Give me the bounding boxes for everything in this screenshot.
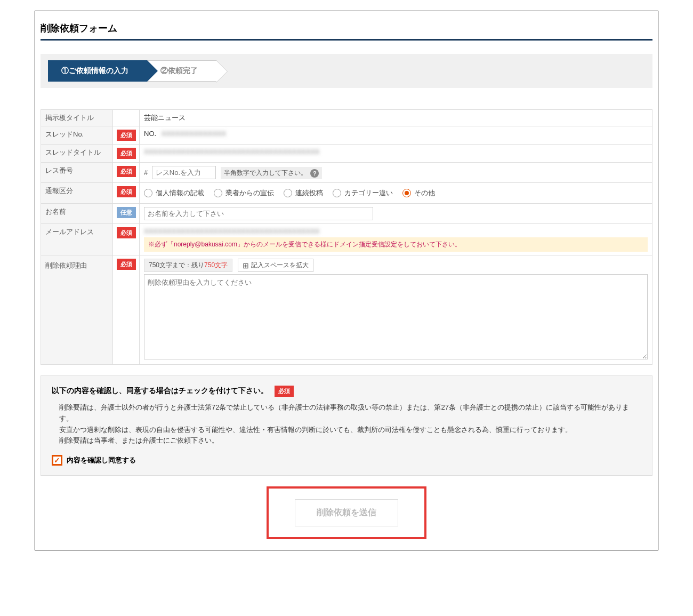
board-title-badge-cell <box>113 110 140 126</box>
report-type-option-3[interactable]: カテゴリー違い <box>333 188 393 198</box>
agreement-body: 削除要請は、弁護士以外の者が行うと弁護士法第72条で禁止している（非弁護士の法律… <box>59 402 641 446</box>
required-badge: 必須 <box>117 148 136 159</box>
thread-no-obscured: XXXXXXXXXXXXXX <box>162 130 226 138</box>
checkmark-icon: ✓ <box>54 456 60 465</box>
submit-highlight-frame: 削除依頼を送信 <box>267 486 426 539</box>
radio-icon <box>284 189 292 197</box>
report-type-option-4[interactable]: その他 <box>402 188 435 198</box>
optional-badge: 任意 <box>117 207 136 218</box>
agreement-heading-row: 以下の内容を確認し、同意する場合はチェックを付けて下さい。 必須 <box>52 386 641 397</box>
steps-container: ①ご依頼情報の入力 ②依頼完了 <box>41 54 652 88</box>
form-frame: 削除依頼フォーム ①ご依頼情報の入力 ②依頼完了 掲示板タイトル 芸能ニュース … <box>35 11 658 550</box>
radio-icon-checked <box>402 189 411 197</box>
radio-icon <box>144 189 152 197</box>
res-no-input[interactable] <box>152 166 216 179</box>
required-badge: 必須 <box>117 227 136 238</box>
report-type-option-0[interactable]: 個人情報の記載 <box>144 188 204 198</box>
report-type-options: 個人情報の記載 業者からの宣伝 連続投稿 カテゴリー違い <box>144 186 648 200</box>
agreement-box: 以下の内容を確認し、同意する場合はチェックを付けて下さい。 必須 削除要請は、弁… <box>41 375 652 476</box>
radio-label: カテゴリー違い <box>344 188 393 198</box>
help-icon[interactable]: ? <box>310 169 319 178</box>
agreement-checkbox[interactable]: ✓ <box>52 455 62 466</box>
step-1: ①ご依頼情報の入力 <box>48 60 147 82</box>
form-title: 削除依頼フォーム <box>41 17 652 41</box>
agreement-heading: 以下の内容を確認し、同意する場合はチェックを付けて下さい。 <box>52 386 268 395</box>
required-badge: 必須 <box>117 130 136 141</box>
radio-icon <box>214 189 222 197</box>
radio-label: 業者からの宣伝 <box>225 188 274 198</box>
char-info-prefix: 750文字まで：残り <box>149 261 204 269</box>
report-type-option-2[interactable]: 連続投稿 <box>284 188 323 198</box>
agreement-checkbox-label: 内容を確認し同意する <box>67 455 136 465</box>
name-input[interactable] <box>144 207 373 220</box>
reason-label: 削除依頼理由 <box>41 255 113 365</box>
thread-no-value: NO. XXXXXXXXXXXXXX <box>140 126 652 145</box>
thread-title-value: XXXXXXXXXXXXXXXXXXXXXXXXXXXXXXXXXXXXXX <box>140 145 652 163</box>
char-counter: 750文字まで：残り750文字 <box>144 259 232 272</box>
res-no-cell: # 半角数字で入力して下さい。 ? <box>140 163 652 183</box>
email-note: ※必ず「noreply@bakusai.com」からのメールを受信できる様にドメ… <box>144 237 648 252</box>
expand-icon: ⊞ <box>243 261 249 270</box>
report-type-option-1[interactable]: 業者からの宣伝 <box>214 188 274 198</box>
reason-textarea[interactable] <box>144 274 648 359</box>
required-badge: 必須 <box>275 386 294 397</box>
res-no-hint-text: 半角数字で入力して下さい。 <box>224 169 307 178</box>
char-count: 750文字 <box>204 261 228 269</box>
res-no-hint: 半角数字で入力して下さい。 ? <box>221 167 322 179</box>
res-no-label: レス番号 <box>41 163 113 183</box>
name-label: お名前 <box>41 204 113 224</box>
thread-title-obscured: XXXXXXXXXXXXXXXXXXXXXXXXXXXXXXXXXXXXXX <box>144 148 320 156</box>
board-title-value: 芸能ニュース <box>140 110 652 126</box>
radio-icon <box>333 189 341 197</box>
expand-textarea-button[interactable]: ⊞ 記入スペースを拡大 <box>238 259 313 272</box>
report-type-label: 通報区分 <box>41 183 113 204</box>
form-table: 掲示板タイトル 芸能ニュース スレッドNo. 必須 NO. XXXXXXXXXX… <box>41 109 652 365</box>
email-label: メールアドレス <box>41 224 113 255</box>
thread-no-label: スレッドNo. <box>41 126 113 145</box>
required-badge: 必須 <box>117 186 136 197</box>
thread-no-prefix: NO. <box>144 130 156 138</box>
email-obscured: XXXXXXXXXXXXXXXXXXXXXXXXXXXXXXXXXXXXXX <box>144 227 648 235</box>
radio-label: 連続投稿 <box>295 188 323 198</box>
submit-button[interactable]: 削除依頼を送信 <box>295 499 398 526</box>
thread-title-label: スレッドタイトル <box>41 145 113 163</box>
required-badge: 必須 <box>117 259 136 270</box>
radio-label: 個人情報の記載 <box>156 188 204 198</box>
res-no-prefix: # <box>144 169 148 177</box>
expand-label: 記入スペースを拡大 <box>251 261 309 270</box>
required-badge: 必須 <box>117 166 136 177</box>
radio-label: その他 <box>414 188 435 198</box>
board-title-label: 掲示板タイトル <box>41 110 113 126</box>
